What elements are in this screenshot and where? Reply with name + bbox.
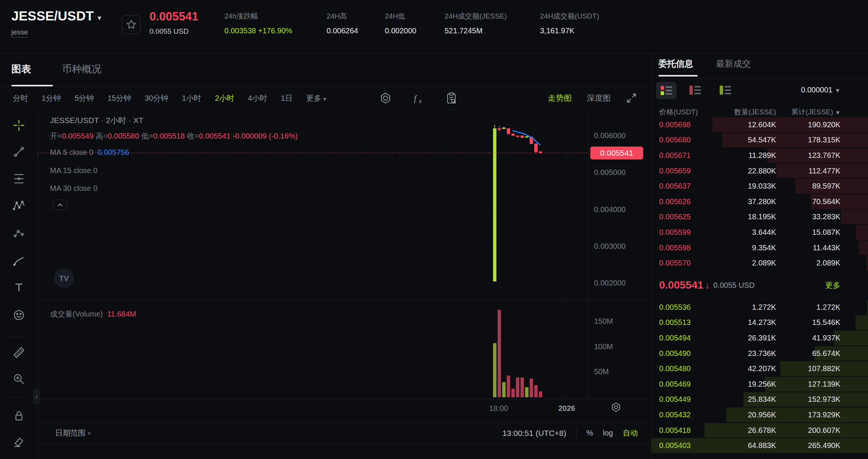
bid-row[interactable]: 0.00549023.736K65.674K [652,346,868,361]
tab-order-info[interactable]: 委托信息 [658,58,693,70]
bid-price: 0.005449 [659,395,716,404]
fib-retracement-icon[interactable] [12,172,25,185]
bid-row[interactable]: 0.00541826.678K200.607K [652,423,868,438]
bid-row[interactable]: 0.00544925.834K152.973K [652,392,868,407]
ask-row[interactable]: 0.00569812.604K190.920K [652,117,868,133]
orderbook-tabbar: 委托信息 最新成交 [652,53,868,79]
bid-row[interactable]: 0.0055361.272K1.272K [652,300,868,315]
text-tool-icon[interactable] [12,281,25,294]
more-button[interactable]: 更多 [825,280,840,290]
bid-price: 0.005403 [659,441,716,450]
svg-text:x: x [419,98,422,104]
ask-row[interactable]: 0.0055702.089K2.089K [652,255,868,271]
chart-tool-icons: f x [379,92,458,105]
bid-price: 0.005513 [659,318,716,327]
ask-row[interactable]: 0.00562518.195K33.283K [652,209,868,225]
chart-column: 图表 币种概况 分时1分钟5分钟15分钟30分钟1小时2小时4小时1日 更多 ▾… [0,53,651,459]
xabcd-pattern-icon[interactable] [12,199,25,212]
crosshair-icon[interactable] [12,119,25,132]
bid-row[interactable]: 0.00548042.207K107.882K [652,361,868,376]
timeframe-more-button[interactable]: 更多 ▾ [306,93,326,103]
timeframe-button-分时[interactable]: 分时 [13,93,28,103]
log-scale-button[interactable]: log [603,429,613,437]
book-view-bids-button[interactable] [718,84,733,98]
timeframe-button-1分钟[interactable]: 1分钟 [42,93,61,103]
candlestick-chart [38,110,651,422]
book-view-asks-button[interactable] [688,84,702,98]
chart-mode-switch: 走势图 深度图 [548,92,637,104]
forecast-icon[interactable] [12,226,25,239]
timeframe-button-15分钟[interactable]: 15分钟 [107,93,131,103]
depth-chart-button[interactable]: 深度图 [587,93,611,103]
timeframe-button-1小时[interactable]: 1小时 [182,93,201,103]
ask-price: 0.005671 [659,151,716,160]
clock[interactable]: 13:00:51 (UTC+8) [502,429,566,438]
percent-scale-button[interactable]: % [586,429,593,437]
eraser-icon[interactable] [12,436,25,448]
precision-dropdown[interactable]: 0.000001▼ [801,86,840,94]
indicators-button[interactable]: f x [412,92,425,105]
symbol-block[interactable]: JESSE/USDT▾ jesse [11,8,101,37]
ruler-icon[interactable] [12,346,25,359]
bid-row[interactable]: 0.00543220.956K173.929K [652,407,868,423]
tab-coin-overview[interactable]: 币种概况 [62,62,101,76]
ask-price: 0.005625 [659,212,716,221]
bid-row[interactable]: 0.00546919.256K127.139K [652,376,868,392]
ask-row[interactable]: 0.00568054.547K178.315K [652,133,868,148]
ask-row[interactable]: 0.00567111.289K123.767K [652,148,868,163]
bid-row[interactable]: 0.00549426.391K41.937K [652,330,868,346]
col-cumulative[interactable]: 累计(JESSE) ▼ [776,107,840,117]
orderbook-controls: 0.000001▼ [652,82,868,103]
ask-price: 0.005637 [659,182,716,190]
ask-row[interactable]: 0.0055989.354K11.443K [652,240,868,256]
ask-price: 0.005680 [659,136,716,144]
bid-cumulative: 107.882K [776,364,840,373]
ask-row[interactable]: 0.0055993.644K15.087K [652,225,868,240]
trend-chart-button[interactable]: 走势图 [548,93,572,103]
bid-row[interactable]: 0.00540364.883K265.490K [652,438,868,453]
zoom-in-icon[interactable] [12,373,25,386]
tab-latest-trades[interactable]: 最新成交 [716,58,751,70]
lock-icon[interactable] [12,409,25,422]
symbol-title[interactable]: JESSE/USDT [11,8,94,23]
tab-chart[interactable]: 图表 [11,62,31,76]
trendline-icon[interactable] [12,145,25,158]
timeframe-button-5分钟[interactable]: 5分钟 [75,93,94,103]
ask-amount: 18.195K [716,212,776,221]
tradingview-logo[interactable]: TV [54,269,74,288]
ask-amount: 9.354K [716,244,776,252]
fullscreen-button[interactable] [626,92,637,104]
bid-amount: 26.391K [716,334,776,342]
chart-plot-area[interactable]: JESSE/USDT · 2小时 · XT 开=0.005549 高=0.005… [38,110,651,422]
bid-amount: 19.256K [716,380,776,389]
symbol-dropdown-caret[interactable]: ▾ [98,14,101,22]
timeframe-button-30分钟[interactable]: 30分钟 [145,93,168,103]
order-template-button[interactable] [445,92,458,105]
ask-amount: 12.604K [716,120,776,129]
date-range-button[interactable]: 日期范围 ˅ [55,428,91,438]
gear-icon [610,401,622,413]
ask-row[interactable]: 0.00563719.033K89.597K [652,178,868,194]
legend-collapse-button[interactable] [53,200,67,210]
chart-settings-button[interactable] [379,92,392,105]
bid-cumulative: 1.272K [776,303,840,312]
ask-row[interactable]: 0.00562637.280K70.564K [652,194,868,209]
stat-volume-quote-value: 3,161.97K [540,27,599,35]
bid-cumulative: 152.973K [776,395,840,404]
timeframe-button-1日[interactable]: 1日 [281,93,292,103]
axis-settings-button[interactable] [610,401,622,415]
stat-volume-base-value: 521.7245M [445,27,507,35]
stat-high-label: 24H高 [327,11,358,21]
book-view-both-button[interactable] [656,82,677,99]
timeframe-button-2小时[interactable]: 2小时 [215,93,234,103]
bid-cumulative: 15.546K [776,318,840,327]
emoji-icon[interactable] [12,309,25,322]
timeframe-button-4小时[interactable]: 4小时 [248,93,267,103]
brush-icon[interactable] [12,254,25,267]
ask-amount: 11.289K [716,151,776,160]
ask-row[interactable]: 0.00565922.880K112.477K [652,163,868,179]
bid-row[interactable]: 0.00551314.273K15.546K [652,315,868,331]
favorite-button[interactable] [122,15,141,34]
ask-cumulative: 123.767K [776,151,840,160]
auto-scale-button[interactable]: 自动 [623,428,638,438]
